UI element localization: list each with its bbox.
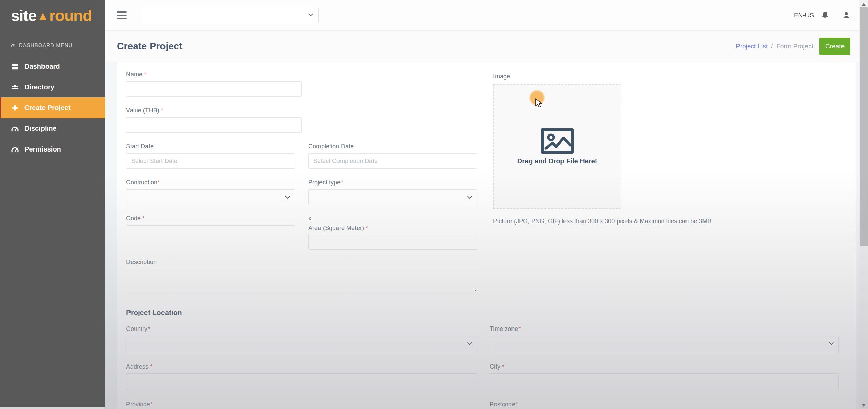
image-hint-text: Picture (JPG, PNG, GIF) less than 300 x … (493, 218, 853, 225)
required-marker: * (502, 363, 504, 370)
logo-text-round: round (49, 6, 92, 25)
sidebar-item-discipline[interactable]: Discipline (0, 118, 105, 139)
breadcrumb-separator: / (771, 42, 773, 50)
country-select[interactable] (126, 336, 477, 352)
sidebar-item-dashboard[interactable]: Dashboard (0, 56, 105, 77)
area-label: Area (Square Meter)* (308, 225, 477, 232)
chevron-down-icon (467, 340, 472, 345)
required-marker: * (142, 215, 145, 222)
required-marker: * (148, 326, 150, 332)
grid-icon (10, 63, 19, 71)
construction-select[interactable] (126, 189, 295, 205)
gauge-icon (10, 125, 19, 133)
sidebar-section-label: DASHBOARD MENU (19, 42, 72, 48)
timezone-label: Time zone* (490, 325, 839, 333)
required-marker: * (144, 71, 146, 78)
scrollbar-thumb[interactable] (860, 7, 868, 246)
sidebar-item-directory[interactable]: Directory (0, 77, 105, 97)
country-label: Country* (126, 325, 477, 333)
required-marker: * (161, 107, 163, 114)
breadcrumb-project-list-link[interactable]: Project List (736, 42, 768, 50)
value-thb-input[interactable] (126, 117, 302, 133)
sidebar-item-label: Directory (24, 83, 54, 91)
notification-bell-icon[interactable] (821, 11, 830, 20)
name-label: Name* (126, 71, 302, 78)
city-input[interactable] (490, 373, 839, 390)
required-marker: * (150, 401, 153, 408)
code-label: Code* (126, 215, 295, 222)
gauge-icon (10, 145, 19, 154)
sidebar-item-label: Dashboard (24, 63, 60, 70)
sidebar: site ▲ round DASHBOARD MENU Dashboard Di… (0, 0, 105, 407)
vertical-scrollbar[interactable] (859, 0, 868, 409)
required-marker: * (518, 326, 521, 332)
required-marker: * (341, 179, 343, 186)
address-input[interactable] (126, 373, 477, 390)
sidebar-item-permission[interactable]: Permission (0, 139, 105, 160)
completion-date-label: Completion Date (308, 143, 477, 150)
address-label: Address* (126, 363, 477, 370)
dimension-x-label: x (308, 215, 477, 222)
create-button[interactable]: Create (819, 38, 850, 55)
required-marker: * (516, 401, 518, 408)
people-icon (10, 83, 19, 91)
start-date-input[interactable] (126, 153, 295, 169)
postcode-label: Postcode* (490, 401, 839, 408)
breadcrumb-current: Form Project (776, 42, 813, 50)
name-input[interactable] (126, 81, 302, 97)
sidebar-item-label: Permission (24, 145, 61, 153)
required-marker: * (158, 179, 160, 186)
image-placeholder-icon (541, 128, 574, 154)
sidebar-item-label: Discipline (24, 125, 56, 132)
value-thb-label: Value (THB)* (126, 107, 302, 114)
image-dropzone[interactable]: Drag and Drop File Here! (493, 84, 621, 209)
chevron-down-icon (829, 340, 834, 345)
image-label: Image (493, 73, 853, 80)
form-card: Name* Value (THB)* Start Date Completion… (117, 62, 856, 409)
menu-toggle-icon[interactable] (117, 11, 127, 19)
project-type-select[interactable] (308, 189, 477, 205)
logo-triangle-icon: ▲ (37, 10, 49, 23)
gauge-icon (10, 42, 16, 47)
logo-text-site: site (11, 6, 36, 25)
topbar: EN-US (105, 0, 868, 31)
user-account-icon[interactable] (842, 11, 851, 20)
sidebar-item-create-project[interactable]: Create Project (0, 97, 105, 118)
contruction-label: Contruction* (126, 179, 295, 186)
sidebar-item-label: Create Project (24, 104, 71, 112)
plus-icon (10, 104, 19, 112)
language-selector[interactable]: EN-US (794, 12, 814, 19)
project-type-label: Project type* (308, 179, 477, 186)
dropzone-text: Drag and Drop File Here! (517, 157, 597, 165)
sidebar-nav: Dashboard Directory Create Project Disci… (0, 56, 105, 160)
chevron-down-icon (308, 12, 313, 16)
page-title: Create Project (117, 41, 183, 52)
code-input[interactable] (126, 225, 295, 241)
sidebar-section-header: DASHBOARD MENU (0, 38, 105, 52)
required-marker: * (366, 225, 368, 231)
chevron-down-icon (467, 194, 472, 199)
scroll-down-arrow-icon[interactable] (862, 404, 866, 407)
required-marker: * (150, 363, 153, 370)
timezone-select[interactable] (490, 336, 839, 352)
main-area: EN-US Create Project Project List / Form… (105, 0, 868, 409)
start-date-label: Start Date (126, 143, 295, 150)
project-location-heading: Project Location (126, 308, 847, 317)
brand-logo[interactable]: site ▲ round (0, 0, 105, 31)
page-header: Create Project Project List / Form Proje… (105, 31, 868, 62)
province-label: Province* (126, 401, 477, 408)
city-label: City* (490, 363, 839, 370)
area-input[interactable] (308, 234, 477, 250)
chevron-down-icon (285, 194, 290, 199)
completion-date-input[interactable] (308, 153, 477, 169)
description-label: Description (126, 259, 477, 266)
scroll-up-arrow-icon[interactable] (862, 3, 866, 6)
description-textarea[interactable] (126, 269, 477, 291)
topbar-project-select[interactable] (141, 7, 319, 23)
